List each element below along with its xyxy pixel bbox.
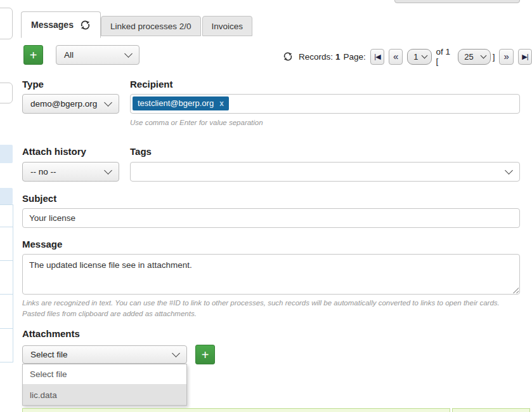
attach-history-label: Attach history bbox=[22, 146, 86, 157]
chevron-down-icon bbox=[124, 50, 133, 58]
messages-panel: Messages Linked processes 2/0 Invoices +… bbox=[0, 0, 532, 412]
tab-linked-processes[interactable]: Linked processes 2/0 bbox=[101, 16, 201, 36]
first-page-button[interactable]: |◀ bbox=[370, 49, 384, 65]
type-label: Type bbox=[22, 79, 44, 90]
tab-bar: Messages Linked processes 2/0 Invoices bbox=[21, 11, 252, 38]
message-label: Message bbox=[22, 239, 62, 249]
chevron-down-icon bbox=[172, 349, 180, 357]
chevron-down-icon bbox=[104, 166, 112, 175]
records-count: 1 bbox=[335, 52, 341, 62]
cropped-left-grid-cell bbox=[0, 204, 13, 227]
chevron-down-icon bbox=[421, 53, 427, 59]
tags-label: Tags bbox=[130, 146, 152, 157]
page-of-text: of 1 [ bbox=[436, 47, 454, 66]
attachment-file-value: Select file bbox=[30, 350, 68, 359]
records-label: Records: bbox=[299, 52, 333, 62]
subject-label: Subject bbox=[22, 193, 56, 204]
tab-messages[interactable]: Messages bbox=[21, 11, 101, 38]
type-select[interactable]: demo@bgerp.org bbox=[22, 94, 119, 114]
cropped-left-box bbox=[0, 83, 13, 103]
cropped-left-grid-cell bbox=[0, 294, 13, 329]
refresh-icon[interactable] bbox=[283, 51, 293, 62]
refresh-icon[interactable] bbox=[80, 20, 91, 30]
message-helper-text: Links are recognized in text. You can us… bbox=[22, 298, 523, 319]
cropped-left-highlight bbox=[0, 145, 13, 163]
page-label: Page: bbox=[344, 52, 366, 62]
recipient-label: Recipient bbox=[130, 79, 173, 90]
pagination-bar: Records: 1 Page: |◀ « 1 of 1 [ 25 ] » ▶| bbox=[283, 48, 532, 65]
attachment-option-lic-data[interactable]: lic.data bbox=[23, 385, 186, 405]
cropped-left-box bbox=[0, 8, 13, 39]
type-value: demo@bgerp.org bbox=[30, 99, 97, 109]
message-filter-select[interactable]: All bbox=[56, 45, 139, 65]
cropped-top-button-fragment bbox=[394, 0, 520, 3]
recipient-helper-text: Use comma or Enter for value separation bbox=[130, 117, 263, 128]
message-filter-value: All bbox=[64, 50, 74, 60]
tab-invoices-label: Invoices bbox=[212, 22, 243, 31]
subject-input[interactable] bbox=[22, 208, 520, 228]
recipient-chip-value: testclient@bgerp.org bbox=[138, 98, 214, 108]
cropped-row-highlight bbox=[452, 408, 530, 412]
cropped-left-grid-cell bbox=[0, 328, 13, 362]
chevron-down-icon bbox=[505, 166, 513, 175]
page-number-select[interactable]: 1 bbox=[407, 49, 431, 65]
attachment-dropdown-list: Select file lic.data bbox=[22, 364, 187, 406]
page-size-value: 25 bbox=[464, 52, 473, 62]
tab-invoices[interactable]: Invoices bbox=[202, 16, 253, 36]
attachment-file-select[interactable]: Select file bbox=[22, 345, 187, 364]
bracket-close-text: ] bbox=[493, 52, 495, 62]
previous-page-button[interactable]: « bbox=[389, 49, 403, 65]
cropped-row-highlight bbox=[22, 408, 450, 412]
chevron-down-icon bbox=[104, 98, 112, 107]
cropped-left-grid-cell bbox=[0, 227, 13, 261]
cropped-left-highlight bbox=[0, 188, 13, 204]
tab-linked-processes-label: Linked processes 2/0 bbox=[110, 22, 191, 31]
tags-input[interactable] bbox=[130, 162, 520, 182]
next-page-button[interactable]: » bbox=[499, 49, 513, 65]
add-attachment-button[interactable]: + bbox=[195, 345, 215, 364]
last-page-button[interactable]: ▶| bbox=[518, 49, 532, 65]
remove-recipient-icon[interactable]: x bbox=[219, 99, 224, 108]
attachment-option-select-file[interactable]: Select file bbox=[23, 364, 186, 385]
attach-history-value: -- no -- bbox=[30, 167, 56, 176]
add-message-button[interactable]: + bbox=[23, 45, 43, 65]
attach-history-select[interactable]: -- no -- bbox=[22, 162, 119, 182]
tab-messages-label: Messages bbox=[31, 20, 74, 30]
message-textarea[interactable]: The updated license file see in attachme… bbox=[22, 254, 520, 295]
chevron-down-icon bbox=[480, 53, 486, 59]
cropped-left-grid-cell bbox=[0, 260, 13, 295]
page-size-select[interactable]: 25 bbox=[458, 49, 490, 65]
page-number-value: 1 bbox=[413, 52, 418, 62]
attachments-label: Attachments bbox=[22, 328, 80, 339]
recipient-chip[interactable]: testclient@bgerp.org x bbox=[133, 96, 229, 110]
